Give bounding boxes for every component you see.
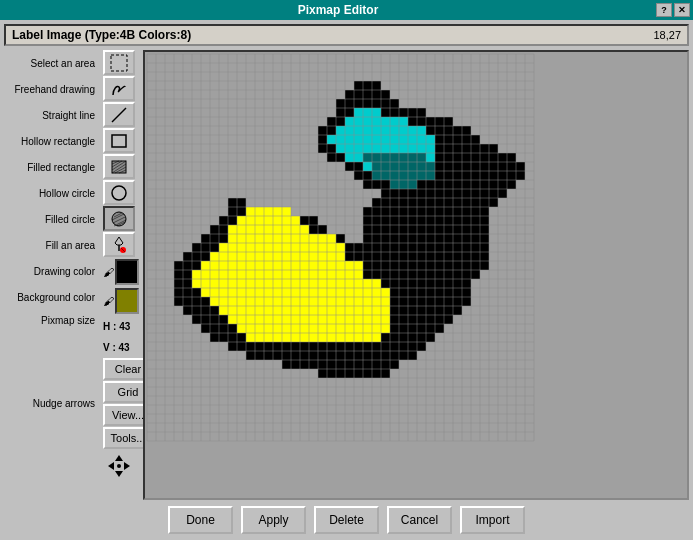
title-bar: Pixmap Editor ? ✕	[0, 0, 693, 20]
filled-rect-icon	[109, 157, 129, 177]
tools-panel: 🖌 🖌 H : 43 V : 43	[103, 50, 139, 500]
close-button[interactable]: ✕	[674, 3, 690, 17]
delete-button[interactable]: Delete	[314, 506, 379, 534]
select-area-tool[interactable]	[103, 50, 135, 75]
svg-marker-17	[115, 237, 123, 245]
apply-button[interactable]: Apply	[241, 506, 306, 534]
straight-line-label: Straight line	[4, 102, 99, 128]
svg-point-10	[112, 186, 126, 200]
hollow-rect-tool[interactable]	[103, 128, 135, 153]
drawing-color-row: 🖌	[103, 258, 139, 286]
pixmap-canvas[interactable]	[145, 52, 687, 498]
hollow-rect-icon	[109, 131, 129, 151]
svg-marker-24	[115, 471, 123, 477]
hollow-rect-label: Hollow rectangle	[4, 128, 99, 154]
v-size-row: V : 43	[103, 337, 139, 357]
hollow-circle-label: Hollow circle	[4, 180, 99, 206]
content-area: Select an area Freehand drawing Straight…	[0, 50, 693, 500]
filled-circle-label: Filled circle	[4, 206, 99, 232]
main-container: Label Image (Type:4B Colors:8) 18,27 Sel…	[0, 20, 693, 540]
straight-line-tool[interactable]	[103, 102, 135, 127]
svg-text:🖌: 🖌	[103, 295, 114, 307]
svg-marker-23	[115, 455, 123, 461]
freehand-tool[interactable]	[103, 76, 135, 101]
nudge-arrows-icon	[104, 451, 134, 481]
import-button[interactable]: Import	[460, 506, 525, 534]
svg-marker-26	[124, 462, 130, 470]
hollow-circle-icon	[109, 183, 129, 203]
fill-area-icon	[109, 235, 129, 255]
pixmap-size-label: Pixmap size	[4, 310, 99, 330]
h-size-row: H : 43	[103, 316, 139, 336]
freehand-label: Freehand drawing	[4, 76, 99, 102]
filled-rect-label: Filled rectangle	[4, 154, 99, 180]
svg-text:🖌: 🖌	[103, 266, 114, 278]
select-area-label: Select an area	[4, 50, 99, 76]
drawing-color-icon: 🖌	[103, 264, 115, 280]
drawing-color-swatch[interactable]	[115, 259, 139, 285]
filled-circle-tool[interactable]	[103, 206, 135, 231]
done-button[interactable]: Done	[168, 506, 233, 534]
bottom-bar: Done Apply Delete Cancel Import	[0, 500, 693, 540]
help-button[interactable]: ?	[656, 3, 672, 17]
svg-rect-0	[111, 55, 127, 71]
svg-rect-2	[112, 135, 126, 147]
v-label: V :	[103, 342, 116, 353]
fill-area-label: Fill an area	[4, 232, 99, 258]
window-controls[interactable]: ? ✕	[656, 3, 693, 17]
h-label: H :	[103, 321, 116, 332]
coordinates: 18,27	[653, 29, 681, 41]
fill-area-tool[interactable]	[103, 232, 135, 257]
h-value: 43	[119, 321, 130, 332]
background-color-row: 🖌	[103, 287, 139, 315]
drawing-color-label: Drawing color	[4, 258, 99, 284]
straight-line-icon	[109, 105, 129, 125]
nudge-arrows-label: Nudge arrows	[4, 390, 99, 416]
image-info: Label Image (Type:4B Colors:8)	[12, 28, 191, 42]
filled-circle-icon	[109, 209, 129, 229]
select-area-icon	[109, 53, 129, 73]
left-panel: Select an area Freehand drawing Straight…	[4, 50, 139, 500]
canvas-area[interactable]	[143, 50, 689, 500]
spacer	[4, 330, 99, 390]
v-value: 43	[119, 342, 130, 353]
background-color-icon: 🖌	[103, 293, 115, 309]
cancel-button[interactable]: Cancel	[387, 506, 452, 534]
header-bar: Label Image (Type:4B Colors:8) 18,27	[4, 24, 689, 46]
hollow-circle-tool[interactable]	[103, 180, 135, 205]
window-title: Pixmap Editor	[20, 3, 656, 17]
background-color-label: Background color	[4, 284, 99, 310]
freehand-icon	[109, 79, 129, 99]
labels-panel: Select an area Freehand drawing Straight…	[4, 50, 103, 500]
background-color-swatch[interactable]	[115, 288, 139, 314]
nudge-arrows[interactable]	[103, 450, 135, 482]
svg-line-1	[112, 108, 126, 122]
filled-rect-tool[interactable]	[103, 154, 135, 179]
svg-marker-25	[108, 462, 114, 470]
svg-point-27	[117, 464, 121, 468]
